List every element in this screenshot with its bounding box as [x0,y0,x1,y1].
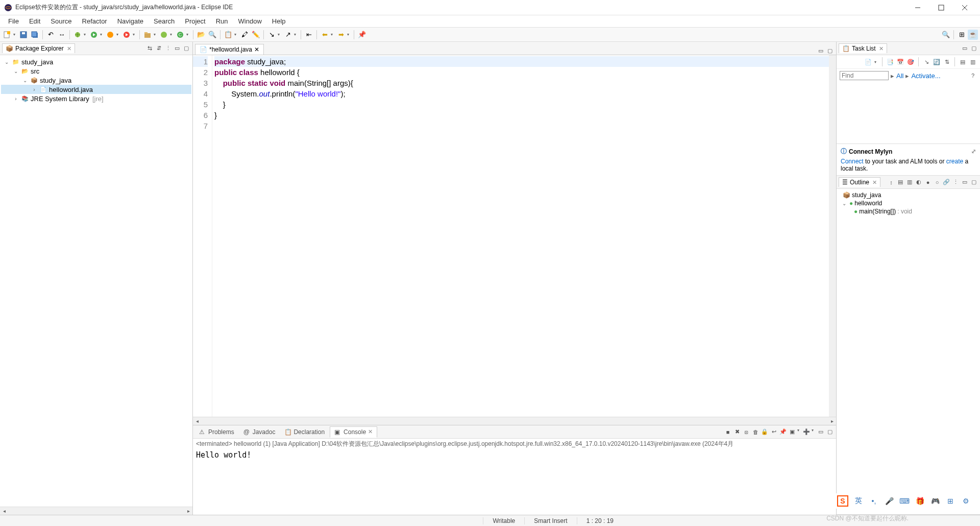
close-icon[interactable]: ✕ [879,45,884,52]
schedule-icon[interactable]: 📅 [896,58,904,66]
scroll-left-icon[interactable]: ◂ [193,417,201,425]
java-perspective-button[interactable]: ☕ [968,30,978,40]
coverage-button[interactable] [105,30,115,40]
tree-file[interactable]: › 📄 helloworld.java [1,85,191,94]
link-icon[interactable]: ⇵ [155,44,163,53]
tasklist-tab[interactable]: 📋 Task List ✕ [839,43,887,53]
omenu-icon[interactable]: ⋮ [951,178,960,186]
maximize-tasklist-icon[interactable]: ▢ [970,44,978,53]
editor-vscrollbar[interactable] [829,55,836,417]
tree-project[interactable]: ⌄ 📁 study_java [1,57,191,66]
new-class-button[interactable]: C [175,30,185,40]
new-button[interactable] [2,30,12,40]
menu-window[interactable]: Window [234,16,266,26]
nav-back-button[interactable]: ⬅ [320,30,330,40]
tab-javadoc[interactable]: @Javadoc [239,427,280,437]
run-button[interactable] [89,30,99,40]
pin-button[interactable]: 📌 [357,30,367,40]
menu-help[interactable]: Help [268,16,290,26]
code-editor[interactable]: 1 2 3 4 5 6 7 package study_java; public… [193,55,836,417]
undo-icon[interactable]: ↶ [45,30,56,40]
chevron-down-icon[interactable]: ⌄ [841,201,848,206]
new-type-button[interactable] [159,30,169,40]
search-toolbar-button[interactable]: 🔍 [941,30,951,40]
ofilter3-icon[interactable]: ◐ [915,178,923,186]
close-icon[interactable]: ✕ [67,45,71,52]
tab-console[interactable]: ▣Console✕ [330,426,377,438]
menu-refactor[interactable]: Refactor [78,16,111,26]
create-link[interactable]: create [946,158,963,165]
minimize-tasklist-icon[interactable]: ▭ [961,44,969,53]
sort-icon[interactable]: ⇅ [943,58,951,66]
menu-file[interactable]: File [4,16,23,26]
display-icon[interactable]: ▣ [788,428,796,436]
scroll-right-icon[interactable]: ▸ [828,417,836,425]
package-explorer-tab[interactable]: 📦 Package Explorer ✕ [2,43,75,53]
menu-source[interactable]: Source [46,16,76,26]
chevron-right-icon[interactable]: › [31,87,38,92]
maximize-panel-icon[interactable]: ▢ [182,44,190,53]
close-icon[interactable]: ✕ [872,179,877,186]
ime-settings-icon[interactable]: ⚙ [961,496,971,506]
outline-tab[interactable]: ☰ Outline ✕ [839,177,880,187]
maximize-editor-icon[interactable]: ▢ [826,46,834,55]
nav-fwd-button[interactable]: ➡ [336,30,346,40]
terminate-icon[interactable]: ■ [724,428,732,436]
perspective-button[interactable]: ⊞ [957,30,967,40]
toggle-block-button[interactable]: ✏️ [251,30,261,40]
scroll-lock-icon[interactable]: 🔒 [761,428,769,436]
save-button[interactable] [18,30,29,40]
close-button[interactable] [958,3,972,13]
minimize-outline-icon[interactable]: ▭ [961,178,969,186]
filter-icon[interactable]: ⋮ [164,44,172,53]
ofocus-icon[interactable]: 🔗 [942,178,950,186]
remove-icon[interactable]: ✖ [733,428,741,436]
close-icon[interactable]: ✕ [254,46,259,53]
outline-package[interactable]: 📦 study_java [839,191,978,199]
help-icon[interactable]: ? [969,71,977,80]
nav-last-button[interactable]: ⇤ [304,30,314,40]
chevron-down-icon[interactable]: ⌄ [3,59,10,65]
show-icon[interactable]: ▥ [969,58,977,66]
highlight-button[interactable]: 🖍 [239,30,250,40]
tab-problems[interactable]: ⚠Problems [195,427,238,437]
scroll-left-icon[interactable]: ◂ [0,507,8,515]
clear-icon[interactable]: 🗑 [751,428,760,436]
debug-button[interactable] [72,30,83,40]
minimize-button[interactable] [911,3,925,13]
all-link[interactable]: All [896,72,903,80]
outline-tree[interactable]: 📦 study_java ⌄ ● helloworld ● main(Strin… [837,189,980,218]
new-package-button[interactable] [142,30,153,40]
categorize-icon[interactable]: 📑 [886,58,894,66]
toggle-mark-button[interactable]: 📋 [223,30,233,40]
tab-declaration[interactable]: 📋Declaration [280,427,329,437]
ofilter1-icon[interactable]: ▤ [896,178,904,186]
outline-class[interactable]: ⌄ ● helloworld [839,199,978,207]
pin-console-icon[interactable]: 📌 [779,428,787,436]
open-console-icon[interactable]: ➕ [802,428,811,436]
minimize-console-icon[interactable]: ▭ [817,428,825,436]
ext-tools-button[interactable] [121,30,132,40]
package-explorer-tree[interactable]: ⌄ 📁 study_java ⌄ 📂 src ⌄ 📦 study_java › … [0,55,192,507]
chevron-down-icon[interactable]: ⌄ [21,78,29,83]
ime-grid-icon[interactable]: ⊞ [945,496,955,506]
remove-all-icon[interactable]: ⦻ [742,428,750,436]
tree-src[interactable]: ⌄ 📂 src [1,66,191,76]
activate-link[interactable]: Activate... [911,72,940,80]
hide-icon[interactable]: ▤ [959,58,967,66]
expand-icon[interactable]: ⤢ [971,148,976,155]
nav-annotation-button[interactable]: ↘ [266,30,277,40]
menu-edit[interactable]: Edit [25,16,44,26]
find-input[interactable] [840,71,889,80]
sync-icon[interactable]: 🔄 [933,58,941,66]
maximize-button[interactable] [934,3,948,13]
menu-search[interactable]: Search [150,16,179,26]
minimize-editor-icon[interactable]: ▭ [817,46,825,55]
code-area[interactable]: package study_java; public class hellowo… [212,55,836,417]
focus-icon[interactable]: 🎯 [906,58,915,66]
menu-navigate[interactable]: Navigate [113,16,148,26]
ime-sogou-icon[interactable]: S [837,495,848,507]
scroll-right-icon[interactable]: ▸ [184,507,192,515]
minimize-panel-icon[interactable]: ▭ [173,44,181,53]
ime-punct-icon[interactable]: •, [869,496,879,506]
